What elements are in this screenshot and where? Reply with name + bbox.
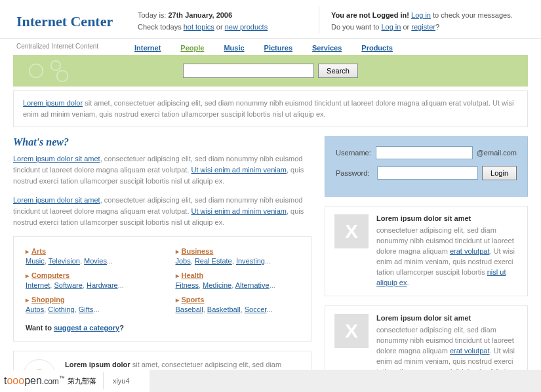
- tooopen-logo[interactable]: tooopen.com™: [0, 375, 65, 387]
- card-link[interactable]: erat volutpat: [450, 247, 490, 255]
- suggest-category: Want to suggest a category?: [26, 324, 299, 332]
- category-link[interactable]: Gifts: [79, 305, 94, 313]
- news-link[interactable]: Lorem ipsum dolor sit amet: [13, 155, 100, 163]
- hot-topics-link[interactable]: hot topics: [184, 23, 214, 31]
- category-head-health[interactable]: Health: [182, 271, 204, 279]
- category-links: Baseball, Basketball, Soccer...: [176, 305, 300, 313]
- category-links: Music, Television, Movies...: [26, 257, 150, 265]
- intro-box: Lorem ipsum dolor sit amet, consectetuer…: [13, 90, 528, 127]
- category-link[interactable]: Autos: [26, 305, 44, 313]
- category-head-computers[interactable]: Computers: [31, 271, 70, 279]
- category-link[interactable]: Hardware: [87, 281, 118, 289]
- password-input[interactable]: [377, 167, 478, 180]
- header: Internet Center Today is: 27th January, …: [0, 0, 541, 39]
- intro-link[interactable]: Lorem ipsum dolor: [23, 99, 83, 107]
- login-box: Username: @email.com Password: Login: [325, 136, 528, 197]
- x-icon: X: [345, 320, 358, 342]
- header-register-link[interactable]: register: [411, 23, 435, 31]
- footer-cn: 第九部落: [68, 376, 96, 386]
- x-icon: X: [345, 220, 358, 243]
- category-links: Autos, Clothing, Gifts...: [26, 305, 150, 313]
- news-link[interactable]: Ut wisi enim ad minim veniam: [191, 207, 287, 215]
- nav-tab-services[interactable]: Services: [312, 44, 342, 52]
- nav-tab-pictures[interactable]: Pictures: [264, 44, 292, 52]
- nav-tab-products[interactable]: Products: [361, 44, 393, 52]
- footer-user: xiyu4: [113, 377, 130, 385]
- category-link[interactable]: Fitness: [176, 281, 199, 289]
- new-products-link[interactable]: new products: [225, 23, 268, 31]
- category-head-shopping[interactable]: Shopping: [31, 296, 65, 304]
- nav-tab-music[interactable]: Music: [224, 44, 244, 52]
- card-title: Lorem ipsum dolor sit amet: [376, 314, 518, 322]
- category-link[interactable]: Soccer: [245, 305, 267, 313]
- footer-gray: [150, 370, 541, 392]
- categories-box: ArtsMusic, Television, Movies...Computer…: [13, 236, 311, 342]
- placeholder-thumb: X: [334, 314, 369, 348]
- category-links: Internet, Software, Hardware...: [26, 281, 150, 289]
- nav-tab-people[interactable]: People: [180, 44, 204, 52]
- username-input[interactable]: [376, 146, 473, 159]
- category-link[interactable]: Jobs: [176, 257, 191, 265]
- category-head-business[interactable]: Business: [182, 247, 214, 255]
- card-text: consectetuer adipiscing elit, sed diam n…: [376, 225, 518, 288]
- footer-strip: tooopen.com™ 第九部落 xiyu4: [0, 370, 541, 392]
- login-button[interactable]: Login: [482, 166, 517, 180]
- content-card: XLorem ipsum dolor sit ametconsectetuer …: [325, 206, 528, 296]
- search-bar: Search: [13, 55, 528, 87]
- category-link[interactable]: Television: [49, 257, 80, 265]
- category-links: Jobs, Real Estate, Investing...: [176, 257, 300, 265]
- email-suffix: @email.com: [477, 149, 517, 157]
- category-link[interactable]: Alternative: [235, 281, 270, 289]
- check-prefix: Check todays: [138, 23, 184, 31]
- login-status-column: You are not Logged in! Log in to check y…: [331, 7, 528, 33]
- category-link[interactable]: Software: [54, 281, 82, 289]
- date-column: Today is: 27th January, 2006 Check today…: [134, 7, 319, 33]
- search-button[interactable]: Search: [318, 64, 358, 78]
- news-link[interactable]: Lorem ipsum dolor sit amet: [13, 196, 100, 204]
- whats-new-title: What's new?: [13, 136, 311, 148]
- card-link[interactable]: erat volutpat: [450, 347, 490, 355]
- news-link[interactable]: Ut wisi enim ad minim veniam: [191, 166, 287, 174]
- username-label: Username:: [336, 149, 376, 157]
- header-login-link-2[interactable]: Log in: [381, 23, 401, 31]
- category-link[interactable]: Clothing: [48, 305, 74, 313]
- password-label: Password:: [336, 169, 377, 177]
- today-prefix: Today is:: [138, 11, 168, 19]
- card-title: Lorem ipsum dolor sit amet: [376, 214, 518, 222]
- header-separator: [319, 7, 319, 33]
- category-link[interactable]: Baseball: [176, 305, 203, 313]
- category-head-arts[interactable]: Arts: [31, 247, 46, 255]
- nav-tab-internet[interactable]: Internet: [134, 44, 161, 52]
- category-link[interactable]: Music: [26, 257, 45, 265]
- search-input[interactable]: [183, 64, 314, 78]
- card-link[interactable]: nisl ut aliquip ex: [376, 268, 506, 286]
- category-link[interactable]: Investing: [236, 257, 265, 265]
- category-link[interactable]: Internet: [26, 281, 50, 289]
- category-head-sports[interactable]: Sports: [182, 296, 205, 304]
- category-link[interactable]: Medicine: [203, 281, 231, 289]
- site-logo[interactable]: Internet Center: [16, 7, 134, 30]
- not-logged-text: You are not Logged in!: [331, 11, 411, 19]
- category-link[interactable]: Basketball: [207, 305, 241, 313]
- category-link[interactable]: Real Estate: [195, 257, 232, 265]
- whats-new-body: Lorem ipsum dolor sit amet, consectetuer…: [13, 153, 311, 228]
- suggest-category-link[interactable]: suggest a category: [54, 324, 119, 332]
- category-links: Fitness, Medicine, Alternative...: [176, 281, 300, 289]
- header-login-link[interactable]: Log in: [411, 11, 431, 19]
- footer-divider: [103, 372, 104, 389]
- today-date: 27th January, 2006: [168, 11, 232, 19]
- category-link[interactable]: Movies: [84, 257, 107, 265]
- placeholder-thumb: X: [334, 214, 369, 248]
